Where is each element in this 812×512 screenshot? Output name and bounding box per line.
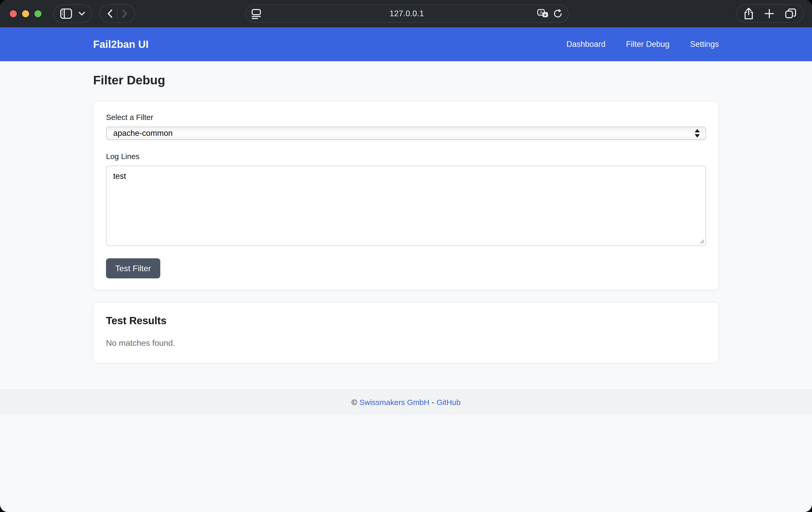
select-stepper-icon (695, 129, 700, 138)
browser-chrome: 127.0.0.1 A ★ (0, 0, 812, 27)
footer-separator: - (432, 398, 434, 407)
loglines-textarea[interactable]: test (106, 166, 706, 246)
nav-link-settings[interactable]: Settings (690, 39, 719, 49)
filter-form-card: Select a Filter apache-common Log Lines … (93, 101, 719, 290)
svg-text:★: ★ (543, 12, 547, 17)
nav-links: Dashboard Filter Debug Settings (566, 39, 719, 49)
filter-select[interactable]: apache-common (106, 126, 706, 140)
copyright-symbol: © (351, 398, 357, 407)
plus-icon (764, 8, 775, 19)
reload-icon[interactable] (553, 8, 563, 19)
sidebar-toggle-group[interactable] (53, 4, 92, 23)
tab-overview-button[interactable] (785, 8, 796, 19)
browser-window: 127.0.0.1 A ★ (0, 0, 812, 512)
forward-button[interactable] (118, 5, 132, 22)
back-button[interactable] (103, 5, 117, 22)
minimize-button[interactable] (22, 10, 29, 17)
test-filter-button[interactable]: Test Filter (106, 258, 160, 278)
addressbar-actions: A ★ (537, 8, 563, 19)
page-title: Filter Debug (93, 73, 719, 87)
close-button[interactable] (10, 10, 17, 17)
github-link[interactable]: GitHub (437, 398, 461, 407)
toolbar-right-cluster (736, 4, 804, 23)
sidebar-icon (60, 8, 72, 19)
nav-link-dashboard[interactable]: Dashboard (566, 39, 605, 49)
chevron-forward-icon (122, 9, 127, 18)
brand[interactable]: Fail2ban UI (93, 38, 149, 50)
results-title: Test Results (106, 314, 706, 327)
address-bar[interactable]: 127.0.0.1 A ★ (245, 4, 569, 23)
test-results-card: Test Results No matches found. (93, 302, 719, 363)
share-icon (744, 7, 754, 20)
app-navbar: Fail2ban UI Dashboard Filter Debug Setti… (0, 27, 812, 61)
translate-icon[interactable]: A ★ (537, 8, 549, 19)
chevron-down-icon (79, 11, 85, 16)
traffic-lights (10, 10, 41, 17)
history-nav-group (99, 4, 135, 23)
loglines-textarea-wrap: test (106, 166, 706, 246)
company-link[interactable]: Swissmakers GmbH (359, 398, 429, 407)
url-text[interactable]: 127.0.0.1 (245, 9, 568, 18)
svg-text:A: A (540, 10, 543, 15)
footer: © Swissmakers GmbH - GitHub (0, 389, 812, 416)
zoom-button[interactable] (34, 10, 41, 17)
nav-link-filter-debug[interactable]: Filter Debug (626, 39, 669, 49)
filter-select-value: apache-common (113, 129, 173, 138)
new-tab-button[interactable] (764, 8, 775, 19)
select-filter-label: Select a Filter (106, 113, 706, 122)
resize-grip-icon[interactable] (699, 238, 704, 244)
share-button[interactable] (744, 7, 754, 20)
results-message: No matches found. (106, 338, 706, 348)
chevron-back-icon (107, 9, 113, 18)
loglines-label: Log Lines (106, 152, 706, 161)
tabs-overview-icon (785, 8, 796, 19)
main-content: Filter Debug Select a Filter apache-comm… (0, 61, 812, 376)
